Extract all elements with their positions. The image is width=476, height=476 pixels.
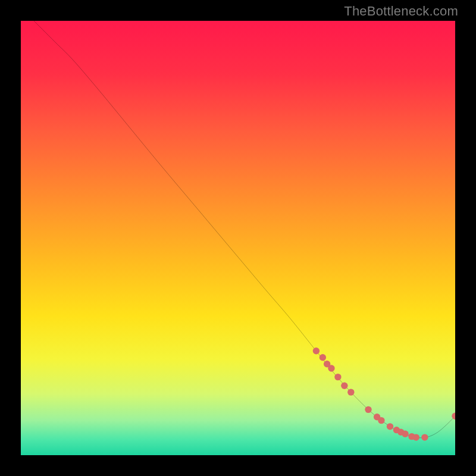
watermark-label: TheBottleneck.com — [344, 4, 458, 19]
chart-stage: TheBottleneck.com — [0, 0, 476, 476]
gradient-background — [21, 21, 455, 455]
svg-rect-0 — [21, 21, 455, 455]
plot-area — [21, 21, 455, 455]
